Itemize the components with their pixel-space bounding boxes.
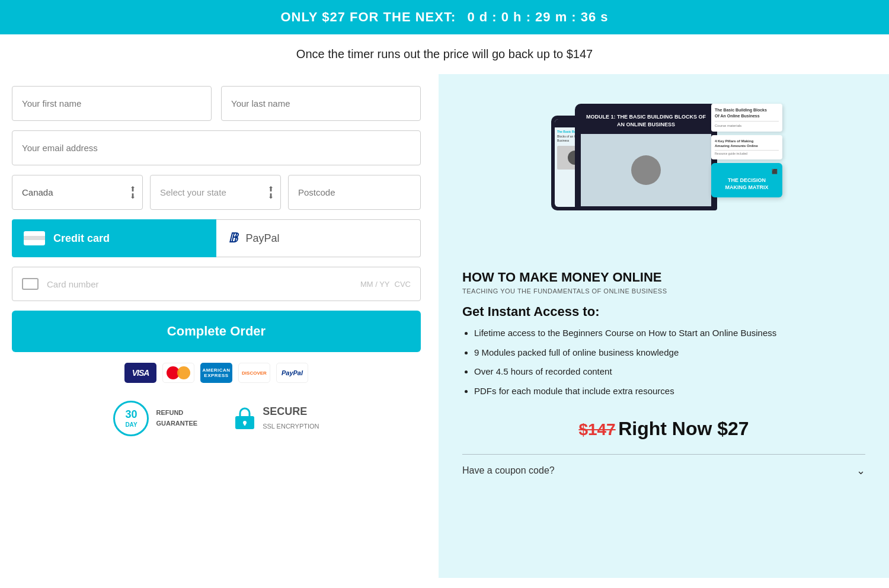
email-input[interactable] <box>12 130 421 165</box>
product-title-area: HOW TO MAKE MONEY ONLINE TEACHING YOU TH… <box>462 270 865 295</box>
pricing-row: $147 Right Now $27 <box>462 418 865 440</box>
first-name-input[interactable] <box>12 86 212 121</box>
card-cvc: CVC <box>395 280 411 289</box>
state-select[interactable]: Select your state Alberta British Columb… <box>150 175 281 210</box>
country-select[interactable]: Canada United States United Kingdom Aust… <box>12 175 143 210</box>
benefits-list: Lifetime access to the Beginners Course … <box>462 327 865 404</box>
paypal-logo-badge: PayPal <box>276 363 308 383</box>
product-subtitle: TEACHING YOU THE FUNDAMENTALS OF ONLINE … <box>462 287 865 295</box>
paypal-label: PayPal <box>246 232 280 245</box>
refund-text: REFUNDGUARANTEE <box>156 408 197 429</box>
product-panel: The Basic Building Blocks of an Online B… <box>439 74 889 578</box>
lock-icon <box>233 405 257 432</box>
last-name-input[interactable] <box>221 86 421 121</box>
form-panel: Canada United States United Kingdom Aust… <box>0 74 439 578</box>
product-image-area: The Basic Building Blocks of an Online B… <box>462 92 865 258</box>
refund-day-label: DAY <box>125 421 137 429</box>
refund-badge: 30 DAY REFUNDGUARANTEE <box>113 401 197 436</box>
laptop-device: MODULE 1: THE BASIC BUILDING BLOCKS OF A… <box>575 104 717 210</box>
secure-text: SECURE SSL ENCRYPTION <box>263 405 319 433</box>
payment-tabs: Credit card 𝔹 PayPal <box>12 219 421 257</box>
paper-card-1: The Basic Building BlocksOf An Online Bu… <box>711 104 782 132</box>
secure-badge: SECURE SSL ENCRYPTION <box>233 405 319 433</box>
old-price: $147 <box>578 420 615 439</box>
credit-card-icon <box>24 231 45 245</box>
access-title: Get Instant Access to: <box>462 304 865 319</box>
refund-circle: 30 DAY <box>113 401 149 436</box>
benefit-3: Over 4.5 hours of recorded content <box>474 365 865 379</box>
paypal-icon: 𝔹 <box>228 231 238 246</box>
svg-rect-2 <box>244 423 246 426</box>
country-select-wrap: Canada United States United Kingdom Aust… <box>12 175 143 210</box>
paper-card-2: 4 Key Pillars of MakingAmazing Amounts O… <box>711 135 782 159</box>
benefit-1: Lifetime access to the Beginners Course … <box>474 327 865 340</box>
name-row <box>12 86 421 121</box>
complete-order-button[interactable]: Complete Order <box>12 311 421 352</box>
new-price: Right Now $27 <box>618 418 749 439</box>
card-number-field[interactable]: Card number MM / YY CVC <box>12 267 421 301</box>
benefit-2: 9 Modules packed full of online business… <box>474 346 865 360</box>
amex-logo: AMERICANEXPRESS <box>200 363 232 383</box>
subtitle: Once the timer runs out the price will g… <box>0 34 889 74</box>
product-main-title: HOW TO MAKE MONEY ONLINE <box>462 270 865 285</box>
credit-card-label: Credit card <box>53 232 110 245</box>
card-chip-icon <box>22 278 39 290</box>
visa-logo: VISA <box>124 363 156 383</box>
mastercard-logo <box>162 363 194 383</box>
module-text: MODULE 1: THE BASIC BUILDING BLOCKS OF A… <box>581 108 711 134</box>
promo-banner: ONLY $27 FOR THE NEXT: 0 d : 0 h : 29 m … <box>0 0 889 34</box>
trust-badges: 30 DAY REFUNDGUARANTEE SECURE SSL ENCRYP… <box>12 395 421 442</box>
card-date: MM / YY <box>360 280 390 289</box>
benefit-4: PDFs for each module that include extra … <box>474 385 865 398</box>
laptop-screen: MODULE 1: THE BASIC BUILDING BLOCKS OF A… <box>581 108 711 206</box>
main-layout: Canada United States United Kingdom Aust… <box>0 74 889 578</box>
banner-text: ONLY $27 FOR THE NEXT: <box>280 9 456 24</box>
postcode-input[interactable] <box>288 175 421 210</box>
payment-logos: VISA AMERICANEXPRESS DISCOVER PayPal <box>12 363 421 383</box>
device-stack: The Basic Building Blocks of an Online B… <box>545 92 782 252</box>
state-select-wrap: Select your state Alberta British Columb… <box>150 175 281 210</box>
coupon-label: Have a coupon code? <box>462 465 555 476</box>
location-row: Canada United States United Kingdom Aust… <box>12 175 421 210</box>
card-date-cvc: MM / YY CVC <box>360 280 411 289</box>
credit-card-tab[interactable]: Credit card <box>12 219 216 257</box>
decision-matrix-card: ⬛ THE DECISION MAKING MATRIX <box>711 163 782 197</box>
discover-logo: DISCOVER <box>238 363 270 383</box>
paypal-tab[interactable]: 𝔹 PayPal <box>216 219 421 257</box>
chevron-down-icon: ⌄ <box>856 464 865 477</box>
refund-days: 30 <box>125 408 137 421</box>
countdown-timer: 0 d : 0 h : 29 m : 36 s <box>467 9 608 24</box>
card-number-placeholder: Card number <box>47 279 352 289</box>
product-papers: The Basic Building BlocksOf An Online Bu… <box>711 104 782 197</box>
coupon-row[interactable]: Have a coupon code? ⌄ <box>462 454 865 477</box>
